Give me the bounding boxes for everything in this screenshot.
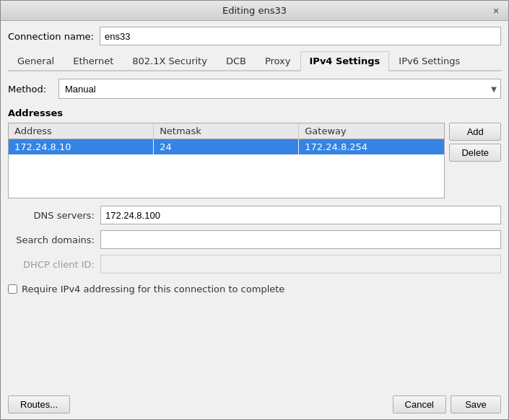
cell-address: 172.24.8.10 [9, 139, 154, 154]
checkbox-row: Require IPv4 addressing for this connect… [8, 284, 501, 294]
dhcp-client-id-row: DHCP client ID: [8, 255, 501, 274]
connection-name-label: Connection name: [8, 31, 94, 42]
titlebar: Editing ens33 × [1, 1, 508, 21]
method-select[interactable]: Manual Automatic (DHCP) Link-Local Only … [58, 79, 501, 99]
addresses-table: Address Netmask Gateway 172.24.8.10 24 1… [8, 123, 445, 198]
tab-dcb[interactable]: DCB [217, 51, 256, 71]
connection-name-input[interactable] [100, 27, 501, 45]
cancel-button[interactable]: Cancel [393, 395, 446, 414]
addresses-label: Addresses [8, 108, 501, 118]
bottom-bar: Routes... Cancel Save [8, 391, 501, 414]
dns-servers-input[interactable] [100, 206, 501, 224]
connection-name-row: Connection name: [8, 27, 501, 45]
tab-ipv6-settings[interactable]: IPv6 Settings [389, 51, 469, 71]
ipv4-require-label[interactable]: Require IPv4 addressing for this connect… [22, 284, 284, 294]
ipv4-require-checkbox[interactable] [8, 284, 17, 294]
tab-ipv4-settings[interactable]: IPv4 Settings [300, 51, 390, 71]
table-header: Address Netmask Gateway [9, 123, 444, 139]
addresses-section: Addresses Address Netmask Gateway 172.24… [8, 108, 501, 198]
delete-button[interactable]: Delete [449, 144, 501, 162]
table-empty-area [9, 154, 444, 198]
table-row[interactable]: 172.24.8.10 24 172.24.8.254 [9, 139, 444, 154]
search-domains-label: Search domains: [8, 235, 95, 245]
search-domains-row: Search domains: [8, 230, 501, 249]
routes-button[interactable]: Routes... [8, 395, 70, 414]
tab-8021x-security[interactable]: 802.1X Security [123, 51, 217, 71]
tab-ethernet[interactable]: Ethernet [64, 51, 123, 71]
add-button[interactable]: Add [449, 123, 501, 141]
search-domains-input[interactable] [100, 230, 501, 249]
addresses-table-wrapper: Address Netmask Gateway 172.24.8.10 24 1… [8, 123, 501, 198]
close-button[interactable]: × [490, 4, 503, 17]
addr-buttons: Add Delete [449, 123, 501, 162]
dhcp-client-id-input [100, 255, 501, 274]
col-netmask: Netmask [154, 123, 299, 139]
method-select-wrapper: Manual Automatic (DHCP) Link-Local Only … [58, 79, 501, 99]
tab-proxy[interactable]: Proxy [256, 51, 300, 71]
method-label: Method: [8, 84, 51, 95]
window-title: Editing ens33 [222, 5, 287, 16]
bottom-right: Cancel Save [393, 395, 501, 414]
col-address: Address [9, 123, 154, 139]
dns-servers-row: DNS servers: [8, 206, 501, 224]
tabs: General Ethernet 802.1X Security DCB Pro… [8, 51, 501, 71]
dns-servers-label: DNS servers: [8, 210, 95, 221]
cell-gateway: 172.24.8.254 [299, 139, 444, 154]
save-button[interactable]: Save [451, 395, 501, 414]
tab-general[interactable]: General [8, 51, 64, 71]
col-gateway: Gateway [299, 123, 444, 139]
dhcp-client-id-label: DHCP client ID: [8, 259, 95, 270]
cell-netmask: 24 [154, 139, 299, 154]
method-row: Method: Manual Automatic (DHCP) Link-Loc… [8, 79, 501, 99]
bottom-left: Routes... [8, 395, 70, 414]
